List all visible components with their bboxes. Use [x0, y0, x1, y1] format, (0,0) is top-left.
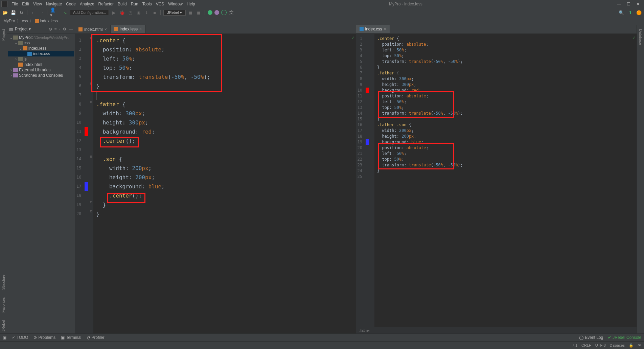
search-everywhere-icon[interactable]: 🔍 — [618, 9, 624, 16]
status-ring-icon[interactable] — [221, 10, 227, 15]
code-line[interactable]: transform: translate(-50%, -50%); — [377, 162, 634, 168]
code-line[interactable]: .father .son { — [377, 122, 634, 128]
menu-window[interactable]: Window — [166, 2, 185, 6]
code-line[interactable]: transform: translate(-50%, -50%); — [377, 59, 634, 65]
tree-arrow-icon[interactable]: › — [9, 73, 13, 78]
close-tab-icon[interactable]: × — [105, 27, 107, 32]
close-tab-icon[interactable]: × — [139, 27, 142, 31]
code-line[interactable]: left: 50%; — [377, 99, 634, 105]
code-line[interactable]: .father { — [377, 70, 634, 76]
tree-arrow-icon[interactable]: ⌄ — [9, 35, 13, 40]
code-line[interactable]: .center { — [96, 36, 353, 45]
code-line[interactable]: width: 300px; — [377, 76, 634, 82]
terminal-tab[interactable]: ▣ Terminal — [61, 335, 81, 340]
menu-refactor[interactable]: Refactor — [96, 2, 116, 6]
code-line[interactable]: position: absolute; — [377, 93, 634, 99]
code-line[interactable]: .center { — [377, 36, 634, 42]
editor-tab[interactable]: index.css× — [356, 25, 390, 33]
code-line[interactable]: transform: translate(-50%, -50%); — [96, 72, 353, 82]
tree-row[interactable]: ⌄MyPro D:\Develop\Web\MyPro — [8, 35, 74, 40]
code-line[interactable]: } — [377, 65, 634, 70]
inspection-ok-icon[interactable]: ✓ — [352, 35, 354, 40]
code-line[interactable]: top: 50%; — [377, 53, 634, 59]
menu-help[interactable]: Help — [185, 2, 197, 6]
menu-tools[interactable]: Tools — [140, 2, 154, 6]
tree-row[interactable]: ⌄css — [8, 40, 74, 46]
run-config-dropdown[interactable]: Add Configuration... — [70, 10, 109, 15]
menu-navigate[interactable]: Navigate — [44, 2, 64, 6]
code-line[interactable]: .center(); — [96, 136, 353, 145]
expand-all-icon[interactable]: ≡ — [54, 27, 56, 31]
editor-tab[interactable]: index.less× — [111, 25, 145, 33]
code-area[interactable]: .center { position: absolute; left: 50%;… — [93, 34, 355, 333]
menu-code[interactable]: Code — [64, 2, 78, 6]
build-icon[interactable]: 👤▾ — [50, 9, 56, 16]
tree-arrow-icon[interactable]: ⌄ — [14, 40, 18, 46]
code-line[interactable]: width: 300px; — [96, 109, 353, 118]
code-line[interactable]: top: 50%; — [377, 157, 634, 162]
translate-icon[interactable]: 文 — [229, 9, 235, 16]
code-line[interactable]: width: 200px; — [96, 164, 353, 173]
tree-row[interactable]: ›js — [8, 56, 74, 62]
code-line[interactable]: } — [96, 209, 353, 218]
collapse-all-icon[interactable]: ÷ — [59, 27, 61, 31]
select-opened-icon[interactable]: ⊙ — [49, 27, 52, 31]
color-gutter-icon[interactable] — [366, 88, 369, 93]
event-log-tab[interactable]: ◯ Event Log — [579, 335, 603, 340]
menu-vcs[interactable]: VCS — [154, 2, 166, 6]
open-icon[interactable]: 📂 — [2, 9, 8, 16]
status-purple-icon[interactable] — [214, 10, 219, 15]
inspect-icon[interactable]: 👁 — [638, 343, 641, 347]
code-line[interactable]: position: absolute; — [377, 145, 634, 151]
hammer-icon[interactable]: ↘ — [62, 9, 68, 16]
code-line[interactable]: height: 200px; — [96, 173, 353, 182]
tree-row[interactable]: ›External Libraries — [8, 67, 74, 73]
coverage-icon[interactable]: ◷ — [127, 9, 133, 16]
structure-tool-button[interactable]: Structure — [1, 273, 5, 292]
tree-arrow-icon[interactable]: › — [14, 56, 18, 62]
project-view-dropdown[interactable]: Project ▾ — [15, 27, 31, 31]
code-line[interactable]: } — [377, 168, 634, 174]
project-tool-button[interactable]: Project — [1, 27, 5, 43]
lock-icon[interactable]: 🔒 — [629, 343, 634, 348]
database-tool-button[interactable]: Database — [639, 27, 643, 47]
menu-analyze[interactable]: Analyze — [78, 2, 96, 6]
hide-icon[interactable]: — — [69, 27, 73, 31]
menu-edit[interactable]: Edit — [20, 2, 31, 6]
jrebel-tool-button[interactable]: JRebel — [1, 318, 5, 333]
tool-window-toggle-icon[interactable]: ▣ — [3, 335, 6, 340]
indent-setting[interactable]: 2 spaces — [610, 343, 625, 347]
profiler-tab[interactable]: ◔ Profiler — [87, 335, 105, 340]
tree-row[interactable]: index.css — [8, 51, 74, 56]
code-line[interactable]: } — [96, 82, 353, 91]
code-line[interactable]: width: 200px; — [377, 128, 634, 134]
tree-arrow-icon[interactable]: ⌄ — [19, 46, 23, 51]
code-line[interactable]: height: 300px; — [96, 118, 353, 127]
line-separator[interactable]: CRLF — [581, 343, 591, 347]
code-line[interactable]: background: blue; — [377, 139, 634, 145]
crumb[interactable]: MyPro — [3, 19, 15, 23]
jrebel-dropdown[interactable]: JRebel ▾ — [163, 10, 185, 16]
code-line[interactable] — [96, 145, 353, 155]
code-line[interactable]: } — [377, 116, 634, 122]
forward-icon[interactable]: → — [38, 9, 44, 16]
update-icon[interactable]: ⬆ — [627, 9, 633, 16]
attach-icon[interactable]: ⤓ — [143, 9, 150, 16]
inspection-ok-icon[interactable]: ✓ — [633, 35, 635, 40]
code-line[interactable]: } — [96, 200, 353, 209]
todo-tab[interactable]: ✓ TODO — [12, 335, 28, 340]
code-line[interactable]: transform: translate(-50%, -50%); — [377, 111, 634, 116]
code-line[interactable]: height: 200px; — [377, 134, 634, 139]
status-green-icon[interactable] — [208, 10, 212, 15]
code-line[interactable]: .center(); — [96, 191, 353, 200]
profile-icon[interactable]: ◉ — [135, 9, 141, 16]
favorites-tool-button[interactable]: Favorites — [1, 295, 5, 315]
code-line[interactable]: position: absolute; — [96, 45, 353, 54]
save-icon[interactable]: 💾 — [10, 9, 16, 16]
sync-icon[interactable]: ↻ — [18, 9, 24, 16]
editor-breadcrumb[interactable]: .father — [356, 327, 637, 333]
avatar-icon[interactable]: 🟠 — [636, 9, 642, 16]
jrebel-console-tab[interactable]: ✔ JRebel Console — [608, 335, 641, 340]
code-line[interactable]: height: 300px; — [377, 82, 634, 88]
code-line[interactable]: left: 50%; — [377, 47, 634, 53]
